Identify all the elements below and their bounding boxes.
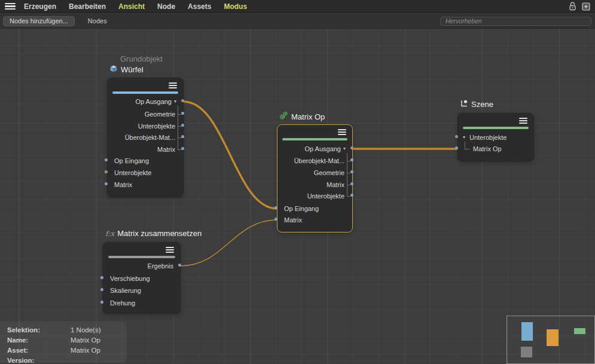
port-op-ausgang[interactable] — [181, 99, 184, 102]
port-dash — [178, 126, 181, 127]
chevron-down-icon[interactable]: ▾ — [463, 134, 465, 140]
node-accent-bar — [112, 91, 178, 94]
lock-icon[interactable] — [568, 2, 577, 11]
node-menu-icon[interactable] — [338, 129, 346, 135]
menu-item-ansicht[interactable]: Ansicht — [118, 2, 145, 11]
highlight-search-input[interactable] — [440, 17, 591, 26]
port-tree-line — [347, 153, 347, 196]
port-dash — [347, 196, 350, 197]
port-label: Matrix — [327, 181, 344, 189]
node-title-szene: Szene — [460, 99, 493, 109]
info-label: Version: — [7, 356, 71, 364]
port-dash — [347, 185, 350, 185]
info-row-name: Name: Matrix Op — [7, 335, 127, 345]
port-dash — [178, 114, 181, 115]
port-matrix[interactable] — [350, 182, 353, 185]
chevron-down-icon[interactable]: ▾ — [343, 146, 346, 152]
add-node-icon[interactable] — [581, 2, 590, 11]
port-dash — [178, 137, 181, 138]
port-drehung[interactable] — [100, 301, 103, 304]
port-label: Verschiebung — [110, 274, 150, 283]
port-dash — [347, 173, 350, 173]
minimap[interactable] — [506, 316, 595, 364]
node-title-matrix-zusammensetzen: f:xMatrix zusammensetzen — [105, 229, 202, 238]
node-accent-bar — [282, 138, 347, 140]
port-überobjekt-mat-[interactable] — [181, 135, 184, 138]
port-ergebnis[interactable] — [178, 264, 181, 267]
port-dash — [347, 161, 350, 161]
menu-item-assets[interactable]: Assets — [188, 2, 211, 11]
node-category-label: Grundobjekt — [120, 54, 163, 63]
port-label: Unterobjekte — [114, 169, 151, 177]
port-überobjekt-mat-[interactable] — [350, 158, 353, 161]
port-unterobjekte[interactable] — [181, 124, 184, 127]
port-matrix[interactable] — [105, 182, 108, 185]
port-label: Op Ausgang — [304, 145, 341, 153]
menu-item-erzeugen[interactable]: Erzeugen — [24, 2, 56, 11]
menu-item-node[interactable]: Node — [157, 2, 175, 11]
port-label: Ergebnis — [148, 262, 173, 270]
node-editor-window: Erzeugen Bearbeiten Ansicht Node Assets … — [0, 0, 595, 364]
info-row-selektion: Selektion: 1 Node(s) — [7, 325, 127, 335]
info-label: Asset: — [7, 345, 71, 356]
port-label: Unterobjekte — [307, 192, 344, 200]
node-title-text: Matrix zusammensetzen — [117, 229, 202, 238]
port-unterobjekte[interactable] — [455, 135, 458, 138]
port-label: Unterobjekte — [138, 122, 175, 130]
menu-item-modus[interactable]: Modus — [224, 2, 247, 11]
port-op-ausgang[interactable] — [350, 146, 353, 149]
node-graph-canvas[interactable]: Selektion: 1 Node(s) Name: Matrix Op Ass… — [0, 29, 595, 364]
port-label: Op Ausgang — [135, 97, 172, 106]
port-geometrie[interactable] — [350, 170, 353, 173]
port-tree-line — [178, 106, 178, 149]
minimap-node-szene — [574, 328, 585, 334]
port-label: Matrix — [114, 181, 132, 189]
port-verschiebung[interactable] — [100, 276, 103, 279]
chevron-down-icon[interactable]: ▾ — [174, 99, 176, 105]
gears-icon — [279, 111, 288, 122]
port-matrix-op[interactable] — [455, 146, 458, 149]
node-accent-bar — [108, 256, 175, 258]
cube-icon — [109, 65, 118, 75]
port-matrix[interactable] — [274, 218, 277, 221]
port-dash — [465, 149, 469, 149]
node-accent-bar — [463, 127, 529, 129]
port-label: Überobjekt-Mat... — [125, 133, 175, 142]
node-title-text: Matrix Op — [291, 112, 325, 121]
port-label: Matrix Op — [473, 145, 502, 153]
connection-wire[interactable] — [181, 220, 277, 266]
menu-bar: Erzeugen Bearbeiten Ansicht Node Assets … — [0, 0, 595, 13]
minimap-node-matrix-zusammensetzen — [521, 347, 532, 357]
port-label: Unterobjekte — [469, 133, 506, 142]
connection-wire[interactable] — [184, 102, 277, 209]
port-label: Op Eingang — [284, 204, 319, 213]
node-menu-icon[interactable] — [169, 82, 177, 88]
info-label: Name: — [7, 335, 71, 345]
port-geometrie[interactable] — [181, 112, 184, 115]
port-op-eingang[interactable] — [105, 158, 108, 161]
menu-item-bearbeiten[interactable]: Bearbeiten — [69, 2, 106, 11]
port-unterobjekte[interactable] — [350, 194, 353, 197]
port-dash — [178, 149, 181, 150]
node-title-wuerfel: Würfel — [109, 65, 144, 75]
port-label: Matrix — [284, 216, 302, 224]
node-title-matrix-op: Matrix Op — [279, 111, 325, 122]
info-value: Matrix Op — [71, 335, 100, 345]
port-tree-line — [465, 142, 465, 149]
node-menu-icon[interactable] — [166, 247, 174, 253]
port-label: Geometrie — [314, 169, 344, 177]
port-unterobjekte[interactable] — [105, 170, 108, 173]
port-matrix[interactable] — [181, 147, 184, 150]
port-op-eingang[interactable] — [274, 206, 277, 209]
node-menu-icon[interactable] — [519, 118, 527, 124]
info-row-version: Version: — [7, 356, 127, 364]
port-label: Skalierung — [110, 286, 141, 295]
port-skalierung[interactable] — [100, 288, 103, 291]
info-row-asset: Asset: Matrix Op — [7, 345, 127, 356]
minimap-node-wuerfel — [521, 322, 533, 341]
add-nodes-button[interactable]: Nodes hinzufügen... — [3, 16, 75, 26]
hamburger-menu-icon[interactable] — [5, 3, 16, 10]
tab-nodes[interactable]: Nodes — [88, 17, 107, 25]
port-label: Geometrie — [145, 110, 175, 118]
node-title-text: Würfel — [121, 65, 144, 74]
